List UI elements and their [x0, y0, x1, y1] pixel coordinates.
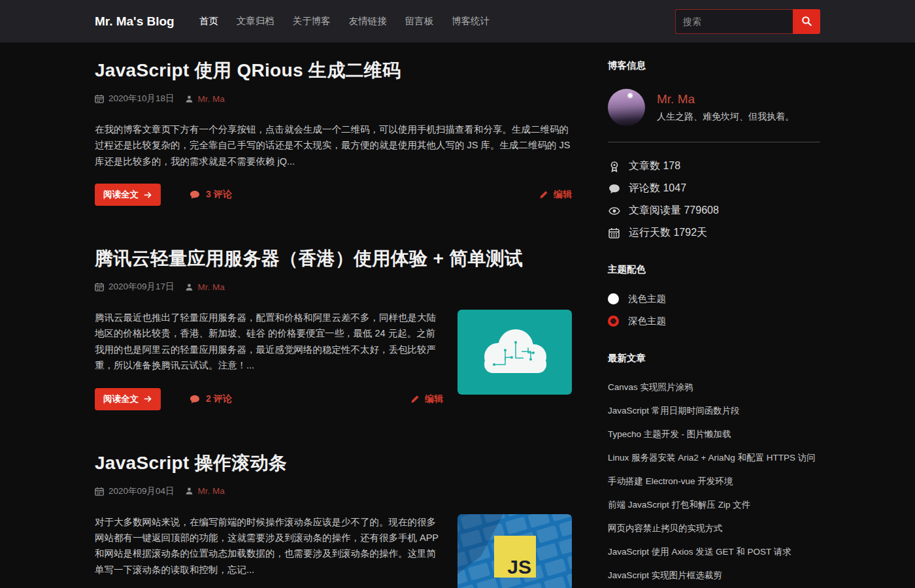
edit-link[interactable]: 编辑 — [539, 189, 572, 201]
stat-comments: 评论数 1047 — [608, 182, 820, 195]
read-more-button[interactable]: 阅读全文 — [95, 184, 161, 206]
arrow-right-icon — [144, 191, 152, 199]
theme-title: 主题配色 — [608, 263, 820, 276]
calendar-icon — [95, 94, 104, 103]
main-nav: 首页 文章归档 关于博客 友情链接 留言板 博客统计 — [199, 15, 490, 27]
latest-article-link[interactable]: JavaScript 常用日期时间函数片段 — [608, 405, 820, 417]
search-input[interactable] — [675, 9, 793, 34]
post-author-link[interactable]: Mr. Ma — [185, 282, 225, 292]
comment-icon — [190, 394, 200, 404]
nav-item-stats[interactable]: 博客统计 — [452, 15, 490, 27]
latest-articles-title: 最新文章 — [608, 352, 820, 365]
radio-unselected-icon[interactable] — [608, 293, 619, 304]
post-title[interactable]: JavaScript 操作滚动条 — [95, 451, 572, 476]
post-date: 2020年09月04日 — [108, 485, 175, 497]
post-meta: 2020年09月17日 Mr. Ma — [95, 281, 572, 293]
latest-article-link[interactable]: 网页内容禁止拷贝的实现方式 — [608, 523, 820, 534]
nav-item-guestbook[interactable]: 留言板 — [405, 15, 434, 27]
post-meta: 2020年09月04日 Mr. Ma — [95, 485, 572, 497]
comment-icon — [190, 189, 200, 200]
blog-stats: 文章数 178 评论数 1047 文章阅读量 779608 — [608, 159, 820, 240]
post-author-link[interactable]: Mr. Ma — [185, 94, 225, 104]
post-excerpt: 在我的博客文章页下方有一个分享按钮，点击就会生成一个二维码，可以使用手机扫描查看… — [95, 122, 572, 169]
stat-articles: 文章数 178 — [608, 159, 820, 173]
blog-info-title: 博客信息 — [608, 59, 820, 72]
award-icon — [608, 161, 620, 172]
comment-icon — [608, 183, 620, 195]
svg-text:JS: JS — [507, 556, 531, 578]
pencil-icon — [410, 395, 420, 404]
stat-days: 运行天数 1792天 — [608, 226, 820, 240]
stat-views: 文章阅读量 779608 — [608, 204, 820, 218]
post-date: 2020年10月18日 — [108, 93, 175, 105]
latest-articles-section: 最新文章 Canvas 实现照片涂鸦 JavaScript 常用日期时间函数片段… — [608, 352, 820, 588]
blog-info-section: 博客信息 Mr. Ma 人生之路、难免坎坷、但我执着。 文章数 178 — [608, 59, 820, 240]
post-date: 2020年09月17日 — [108, 281, 175, 293]
post-title[interactable]: JavaScript 使用 QRious 生成二维码 — [95, 58, 572, 83]
post-thumbnail-js[interactable]: JS — [458, 514, 572, 588]
post-thumbnail-cloud[interactable] — [458, 310, 572, 395]
read-more-button[interactable]: 阅读全文 — [95, 388, 161, 410]
search-button[interactable] — [793, 9, 820, 34]
profile-bio: 人生之路、难免坎坷、但我执着。 — [657, 111, 794, 123]
search-box — [675, 9, 820, 34]
divider — [608, 142, 820, 142]
profile: Mr. Ma 人生之路、难免坎坷、但我执着。 — [608, 89, 820, 126]
user-icon — [185, 487, 193, 495]
latest-article-link[interactable]: Canvas 实现照片涂鸦 — [608, 382, 820, 393]
theme-option-dark[interactable]: 深色主题 — [608, 315, 820, 327]
avatar — [608, 89, 645, 126]
post-footer: 阅读全文 2 评论 — [95, 388, 443, 410]
latest-article-link[interactable]: 前端 JavaScript 打包和解压 Zip 文件 — [608, 499, 820, 511]
navbar: Mr. Ma's Blog 首页 文章归档 关于博客 友情链接 留言板 博客统计 — [0, 0, 915, 42]
calendar-icon — [95, 487, 104, 496]
eye-icon — [608, 205, 620, 217]
user-icon — [185, 283, 193, 291]
calendar-icon — [95, 282, 104, 291]
theme-option-light[interactable]: 浅色主题 — [608, 293, 820, 305]
sidebar: 博客信息 Mr. Ma 人生之路、难免坎坷、但我执着。 文章数 178 — [608, 58, 820, 588]
latest-article-link[interactable]: Linux 服务器安装 Aria2 + AriaNg 和配置 HTTPS 访问 — [608, 452, 820, 464]
nav-item-archive[interactable]: 文章归档 — [237, 15, 274, 27]
radio-selected-icon[interactable] — [608, 316, 619, 327]
profile-name[interactable]: Mr. Ma — [657, 92, 794, 106]
nav-item-home[interactable]: 首页 — [199, 15, 218, 27]
user-icon — [185, 95, 193, 103]
post-excerpt: 对于大多数网站来说，在编写前端的时候操作滚动条应该是少不了的。现在的很多网站都有… — [95, 514, 443, 578]
pencil-icon — [539, 190, 548, 199]
edit-link[interactable]: 编辑 — [410, 393, 443, 405]
post-list: JavaScript 使用 QRious 生成二维码 2020年10月18日 M… — [95, 58, 572, 588]
search-icon — [801, 16, 812, 27]
arrow-right-icon — [144, 395, 152, 403]
post-footer: 阅读全文 3 评论 — [95, 184, 572, 206]
site-brand[interactable]: Mr. Ma's Blog — [95, 14, 175, 29]
calendar-icon — [608, 227, 620, 238]
latest-article-link[interactable]: Typecho 主题开发 - 图片懒加载 — [608, 429, 820, 440]
post-card: JavaScript 使用 QRious 生成二维码 2020年10月18日 M… — [95, 58, 572, 206]
post-author-link[interactable]: Mr. Ma — [185, 486, 225, 496]
nav-item-about[interactable]: 关于博客 — [293, 15, 331, 27]
latest-article-link[interactable]: JavaScript 使用 Axios 发送 GET 和 POST 请求 — [608, 546, 820, 558]
nav-item-links[interactable]: 友情链接 — [349, 15, 387, 27]
post-card: 腾讯云轻量应用服务器（香港）使用体验 + 简单测试 2020年09月17日 Mr… — [95, 246, 572, 410]
comments-link[interactable]: 2 评论 — [190, 393, 232, 405]
comments-link[interactable]: 3 评论 — [190, 189, 232, 201]
post-title[interactable]: 腾讯云轻量应用服务器（香港）使用体验 + 简单测试 — [95, 246, 572, 271]
post-meta: 2020年10月18日 Mr. Ma — [95, 93, 572, 105]
post-card: JavaScript 操作滚动条 2020年09月04日 Mr. Ma 对于大多… — [95, 451, 572, 588]
theme-section: 主题配色 浅色主题 深色主题 — [608, 263, 820, 327]
latest-article-link[interactable]: 手动搭建 Electron-vue 开发环境 — [608, 476, 820, 487]
post-excerpt: 腾讯云最近也推出了轻量应用服务器，配置和价格和阿里云差不多，同样也是大陆地区的价… — [95, 310, 443, 373]
latest-article-link[interactable]: JavaScript 实现图片框选裁剪 — [608, 570, 820, 581]
